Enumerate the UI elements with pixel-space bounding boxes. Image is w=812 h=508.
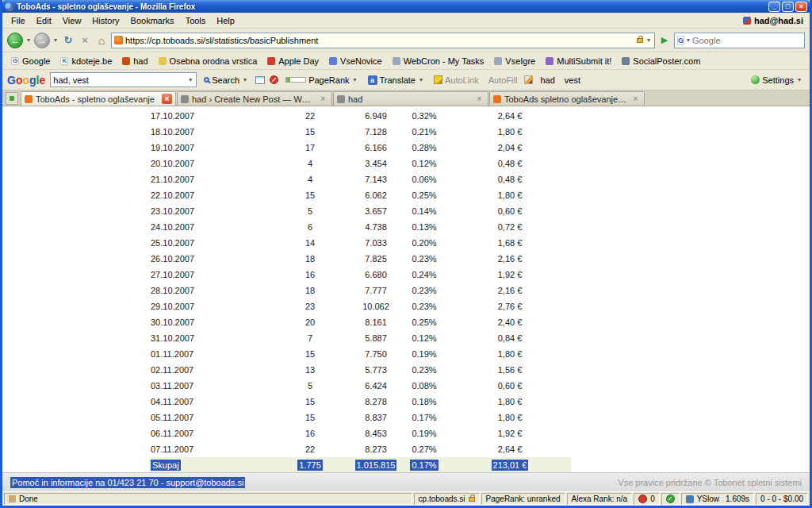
table-row: 02.11.2007135.7730.23%1,56 € <box>149 362 571 378</box>
bookmark-item[interactable]: WebCron - My Tasks <box>388 55 489 67</box>
menu-tools[interactable]: Tools <box>180 14 212 27</box>
error-counter-segment[interactable]: 0 <box>634 493 660 505</box>
search-word-had-label: had <box>540 75 554 85</box>
bookmark-item[interactable]: Osebna orodna vrstica <box>154 55 262 67</box>
table-cell: 0,72 € <box>449 219 571 235</box>
translate-label: Translate <box>380 75 416 85</box>
toolbar-settings-button[interactable]: Settings ▾ <box>749 74 805 87</box>
translate-icon: a <box>368 75 377 85</box>
pagerank-dropdown-icon: ▾ <box>352 76 358 83</box>
search-engine-dropdown-icon[interactable]: ▾ <box>687 37 690 44</box>
pagerank-status-segment[interactable]: PageRank: unranked <box>481 493 565 505</box>
table-cell: 5.887 <box>352 330 400 346</box>
maximize-button[interactable]: □ <box>782 2 794 12</box>
validator-segment[interactable]: ✓ <box>661 493 680 505</box>
bookmark-item[interactable]: Kkdoteje.be <box>56 55 117 67</box>
status-lock-icon <box>469 497 475 502</box>
home-button[interactable]: ⌂ <box>94 33 109 48</box>
menu-file[interactable]: File <box>6 14 31 27</box>
bookmark-item[interactable]: Apple Day <box>262 55 324 67</box>
reload-button[interactable]: ↻ <box>61 33 75 48</box>
table-cell: 7.143 <box>352 171 400 187</box>
yslow-icon <box>686 495 694 503</box>
google-search-dropdown-icon[interactable]: ▾ <box>187 76 193 83</box>
search-word-button-had[interactable]: had <box>538 74 557 87</box>
tab[interactable]: had× <box>333 91 488 106</box>
menubar-items: FileEditViewHistoryBookmarksToolsHelp <box>6 14 240 27</box>
stats-table: 17.10.2007226.9490.32%2,64 €18.10.200715… <box>149 108 571 472</box>
table-cell: 15 <box>268 346 352 362</box>
ssl-domain-segment[interactable]: cp.toboads.si <box>414 493 480 505</box>
search-box[interactable]: G ▾ <box>674 33 805 48</box>
table-cell: 2,40 € <box>449 314 571 330</box>
account-area[interactable]: had@had.si <box>743 16 806 25</box>
google-toolbar-search-input[interactable] <box>53 75 187 85</box>
yslow-segment[interactable]: YSlow 1.609s <box>681 493 754 505</box>
tab[interactable]: had › Create New Post — WordPress× <box>177 91 332 106</box>
alexa-status-segment[interactable]: Alexa Rank: n/a <box>567 493 633 505</box>
bookmark-favicon <box>159 57 167 65</box>
forward-button[interactable]: → <box>34 33 50 48</box>
stop-button[interactable]: × <box>78 33 92 48</box>
bookmark-item[interactable]: VseNovice <box>324 55 387 67</box>
selected-text: 1.015.815 <box>355 460 397 471</box>
bookmark-item[interactable]: MultiSubmit it! <box>541 55 616 67</box>
highlighter-icon[interactable] <box>524 75 533 84</box>
bookmark-item[interactable]: VseIgre <box>489 55 540 67</box>
pagerank-button[interactable]: PageRank ▾ <box>283 74 360 87</box>
table-row: 27.10.2007166.6800.24%1,92 € <box>149 267 571 283</box>
table-cell: 6.680 <box>352 267 400 283</box>
tab-close-button[interactable]: × <box>318 94 328 104</box>
table-cell: 1,68 € <box>449 235 571 251</box>
table-cell: 01.11.2007 <box>149 346 268 362</box>
menu-bookmarks[interactable]: Bookmarks <box>125 14 180 27</box>
url-input[interactable] <box>125 36 634 45</box>
popup-blocker-icon[interactable] <box>270 75 278 84</box>
bookmark-item[interactable]: SocialPoster.com <box>617 55 705 67</box>
back-dropdown-icon[interactable]: ▾ <box>25 37 32 44</box>
bookmark-item[interactable]: had <box>117 55 152 67</box>
bookmark-favicon <box>546 57 553 65</box>
menu-history[interactable]: History <box>86 14 124 27</box>
search-word-vest-label: vest <box>565 75 580 85</box>
table-cell: 17 <box>268 140 352 156</box>
menu-edit[interactable]: Edit <box>31 14 57 27</box>
table-row: 31.10.200775.8870.12%0,84 € <box>149 330 571 346</box>
table-cell: 31.10.2007 <box>149 330 268 346</box>
table-cell: 1,92 € <box>449 267 571 283</box>
autofill-button[interactable]: AutoFill <box>486 74 520 87</box>
google-toolbar-search[interactable]: ▾ <box>50 72 197 87</box>
table-cell: 1,92 € <box>449 425 571 441</box>
tab-close-button[interactable]: × <box>474 94 485 104</box>
tab-list-button[interactable] <box>6 92 18 105</box>
tab-close-button[interactable]: × <box>630 94 641 104</box>
back-button[interactable]: ← <box>7 33 23 48</box>
earnings-counter-segment[interactable]: 0 - 0 - $0.00 <box>756 493 808 505</box>
tab[interactable]: ToboAds spletno oglaševanje in založni..… <box>489 91 645 106</box>
bookmark-item[interactable]: GGoogle <box>6 55 55 67</box>
go-button[interactable]: ▶ <box>657 33 672 48</box>
search-word-button-vest[interactable]: vest <box>562 74 583 87</box>
earnings-counter: 0 - 0 - $0.00 <box>760 495 803 503</box>
table-cell: 18 <box>268 283 352 298</box>
forward-dropdown-icon[interactable]: ▾ <box>52 37 59 44</box>
google-search-button[interactable]: Search ▾ <box>201 74 251 87</box>
close-button[interactable]: × <box>795 2 807 12</box>
autolink-button[interactable]: AutoLink <box>431 74 481 87</box>
bookmark-label: VseNovice <box>340 56 382 66</box>
menu-help[interactable]: Help <box>211 14 240 27</box>
bookmark-label: Osebna orodna vrstica <box>170 56 258 66</box>
table-cell: 2,16 € <box>449 283 571 298</box>
table-cell: 1.015.815 <box>352 457 400 472</box>
url-dropdown-icon[interactable]: ▾ <box>645 37 652 44</box>
translate-button[interactable]: a Translate ▾ <box>366 74 427 87</box>
footer-help-text: Pomoč in informacije na 01/423 21 70 - s… <box>10 477 245 488</box>
menu-view[interactable]: View <box>57 14 87 27</box>
url-bar[interactable]: ▾ <box>111 33 655 48</box>
web-search-input[interactable] <box>692 36 805 45</box>
new-window-icon[interactable] <box>255 76 265 84</box>
tab-close-button[interactable]: × <box>162 94 172 104</box>
minimize-button[interactable]: _ <box>768 2 780 12</box>
tab-active[interactable]: ToboAds - spletno oglaševanje× <box>21 91 176 106</box>
table-cell: 8.273 <box>352 441 400 457</box>
